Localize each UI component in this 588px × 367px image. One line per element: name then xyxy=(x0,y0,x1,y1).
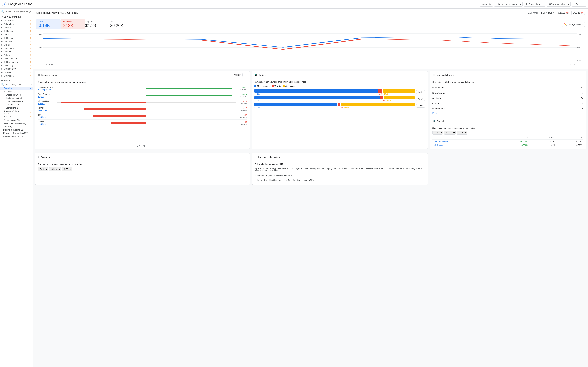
change-metrics-button[interactable]: ✏️ Change metrics xyxy=(562,22,585,27)
country-icon: Q xyxy=(4,75,6,77)
chevron-right-icon: ▶ xyxy=(1,37,3,39)
sidebar-item-germany[interactable]: ▶ Q Germany ⚠ xyxy=(0,47,33,50)
unposted-more-icon[interactable]: ⋮ xyxy=(580,73,583,77)
entity-more-icon[interactable]: ⋮ xyxy=(31,83,33,85)
device-bar-row xyxy=(254,89,415,92)
sidebar-item-denmark[interactable]: ▶ Q Denmark ⚠ xyxy=(0,36,33,40)
warning-icon: ⚠ xyxy=(30,58,31,60)
camp-name-link[interactable]: CampaignName xyxy=(434,140,448,142)
campaigns-sub-more-icon[interactable]: ⋮ xyxy=(580,119,583,123)
chevron-right-icon: ▶ xyxy=(1,23,3,25)
rec-item-ads-&-extensions--79-[interactable]: Ads & extensions (79) xyxy=(0,135,33,138)
entity-search-input[interactable] xyxy=(5,83,30,85)
smart-bidding-campaign: Fall Marketing campaign 2017 xyxy=(255,163,425,165)
sidebar-item-italy[interactable]: ▶ Q Italy ⚠ xyxy=(0,53,33,57)
bc-bar-area xyxy=(57,122,236,124)
mobile-bar xyxy=(254,96,380,100)
bc-adgroup-link[interactable]: Heat Sink xyxy=(38,116,46,118)
device-metric-select[interactable]: Impr. ▾ xyxy=(416,97,425,101)
camp-cost-select[interactable]: Cost xyxy=(432,131,443,134)
sidebar-item-brazil[interactable]: ▶ Q Brazil ⚠ xyxy=(0,26,33,29)
accounts-button[interactable]: Accounts xyxy=(480,2,493,7)
acct-cost-select[interactable]: Cost xyxy=(38,167,48,171)
sidebar-item-norway[interactable]: ▶ Q Norway ⚠ xyxy=(0,64,33,67)
accounts-btn-group: Accounts xyxy=(480,2,493,7)
biggest-changes-select[interactable]: Clicks ▾ xyxy=(233,73,243,77)
bc-change-value: +318 xyxy=(237,93,247,96)
date-from-input[interactable]: 6/10/21 📅 xyxy=(557,11,570,15)
view-statistics-arrow[interactable]: ▾ xyxy=(567,2,571,7)
bc-adgroup-link[interactable]: Apples xyxy=(38,96,44,98)
devices-more-icon[interactable]: ⋮ xyxy=(422,73,425,77)
camp-name-link[interactable]: US General xyxy=(434,144,444,146)
bc-adgroup-link[interactable]: General xyxy=(38,102,45,105)
rec-item-summary[interactable]: Summary xyxy=(0,125,33,128)
sidebar-item-new-zealand[interactable]: ▶ Q New Zealand ⚠ xyxy=(0,60,33,64)
bc-adgroup-link[interactable]: AdGroupName xyxy=(38,89,51,91)
manage-item-ads--191-[interactable]: Ads (191) ⚠ xyxy=(0,115,33,118)
smart-bidding-more-icon[interactable]: ⋮ xyxy=(422,155,425,159)
camp-ctr-select[interactable]: CTR xyxy=(457,131,467,134)
view-statistics-button[interactable]: ▦ View statistics xyxy=(547,2,567,7)
bc-value: -110 -32.40% xyxy=(237,107,247,111)
manage-item-campaigns--24-[interactable]: Campaigns (24) xyxy=(0,106,33,110)
tablet-bar xyxy=(378,89,382,92)
campaign-search-input[interactable] xyxy=(5,10,32,13)
acct-ctr-select[interactable]: CTR xyxy=(62,167,72,171)
manage-item-accounts--1-[interactable]: Accounts (1) xyxy=(0,90,33,93)
manage-item-overview[interactable]: Overview ↗ xyxy=(0,87,33,90)
acct-clicks-select[interactable]: Clicks xyxy=(49,167,61,171)
biggest-changes-subtitle: Biggest changes to your campaigns and ad… xyxy=(38,81,247,83)
device-metric-select[interactable]: Cost ▾ xyxy=(416,90,425,94)
post-link[interactable]: Post xyxy=(432,111,583,115)
manage-item-ad-extensions--0-[interactable]: Ad extensions (0) xyxy=(0,118,33,122)
sidebar-item-cii[interactable]: ▶ Q CII ⚠ xyxy=(0,33,33,36)
bc-negative-bar xyxy=(61,101,146,103)
country-list: ▶ Q Australia ⚠ ▶ Q Belgium ⚠ ▶ Q Brazil… xyxy=(0,19,33,77)
sidebar-item-france[interactable]: ▶ Q France ⚠ xyxy=(0,43,33,47)
manage-item-custom-rules--27-[interactable]: Custom rules (27) xyxy=(0,97,33,100)
manage-item-keywords-&-targeting--8-434-[interactable]: Keywords & targeting (8,434) ⚠ xyxy=(0,110,33,115)
sidebar-item-canada[interactable]: ▶ Q Canada ⚠ xyxy=(0,29,33,33)
root-account[interactable]: ▼ ⊞ ABC Corp Inc. xyxy=(0,14,33,19)
recommendations-header[interactable]: ▼ Recommendations (329) xyxy=(0,122,33,125)
bc-change-value: -271 xyxy=(237,100,247,103)
manage-item-shared-library--9-[interactable]: Shared library (9) xyxy=(0,93,33,97)
bc-names: Canada › Heat Sink xyxy=(38,121,56,125)
manage-item-error-infos--380-[interactable]: Error Infos (380) xyxy=(0,103,33,106)
sidebar-item-netherlands[interactable]: ▶ Q Netherlands ⚠ xyxy=(0,57,33,60)
rec-item-keywords-&-targeting--239-[interactable]: Keywords & targeting (239) xyxy=(0,132,33,135)
sidebar-item-sweden[interactable]: ▶ Q Sweden ⚠ xyxy=(0,74,33,77)
get-recent-changes-arrow[interactable]: ▾ xyxy=(519,2,523,7)
bc-bar-area xyxy=(57,115,236,117)
get-recent-changes-button[interactable]: ↓ Get recent changes xyxy=(494,2,519,7)
manage-item-custom-actions--0-[interactable]: Custom actions (0) xyxy=(0,100,33,103)
bc-next-button[interactable]: › xyxy=(147,145,147,148)
signal-item: ↑ Location: England and Device: Desktops xyxy=(255,174,425,178)
sidebar-item-finland[interactable]: ▶ Q Finland ⚠ xyxy=(0,40,33,43)
post-arrow[interactable]: ▾ xyxy=(582,2,586,7)
check-changes-button[interactable]: ↻ Check changes xyxy=(524,2,545,7)
sidebar-item-israel[interactable]: ▶ Q Israel ⚠ xyxy=(0,50,33,53)
biggest-changes-more-icon[interactable]: ⋮ xyxy=(244,73,247,77)
tablet-bar xyxy=(338,103,341,106)
bc-adgroup-link[interactable]: Heat Sinks xyxy=(38,109,47,112)
rec-item-label: Keywords & targeting (239) xyxy=(3,132,31,134)
rec-item-bidding-&-budgets--11-[interactable]: Bidding & budgets (11) xyxy=(0,128,33,132)
accounts-panel-more-icon[interactable]: ⋮ xyxy=(244,155,247,159)
device-metric-select[interactable]: CTR ▾ xyxy=(416,104,425,108)
sidebar-item-search-39[interactable]: ▶ Q Search-39 ⚠ xyxy=(0,67,33,71)
sidebar-item-australia[interactable]: ▶ Q Australia ⚠ xyxy=(0,19,33,22)
campaigns-sub-title: Campaigns xyxy=(437,120,579,122)
sidebar-item-spain[interactable]: ▶ Q Spain ⚠ xyxy=(0,71,33,74)
camp-clicks-select[interactable]: Clicks xyxy=(444,131,456,134)
date-to-input[interactable]: 6/16/21 📅 xyxy=(571,11,585,15)
sidebar-item-belgium[interactable]: ▶ Q Belgium ⚠ xyxy=(0,22,33,26)
bc-prev-button[interactable]: ‹ xyxy=(137,145,138,148)
bc-adgroup-link[interactable]: Heat Sink xyxy=(38,123,46,125)
mobile-dot xyxy=(254,85,256,87)
accounts-panel-subtitle: Summary of how your accounts are perform… xyxy=(38,163,247,165)
chevron-right-icon: ▶ xyxy=(1,58,3,59)
date-range-select[interactable]: Last 7 days ▾ xyxy=(540,11,555,15)
post-button[interactable]: ↑ Post xyxy=(572,2,582,7)
